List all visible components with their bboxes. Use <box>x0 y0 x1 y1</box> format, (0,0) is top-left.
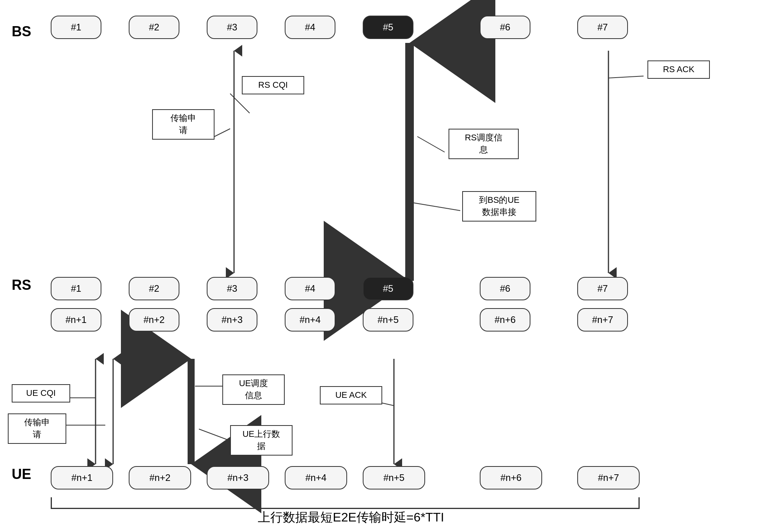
rs-bottom-slot-n1: #n+1 <box>51 308 101 332</box>
rs-schedule-info-box: RS调度信息 <box>449 129 519 159</box>
ue-uplink-data-box: UE上行数据 <box>230 425 293 456</box>
bs-label: BS <box>12 23 31 40</box>
bs-slot-7: #7 <box>577 16 628 39</box>
svg-line-15 <box>413 203 460 211</box>
ue-schedule-info-box: UE调度信息 <box>222 374 285 405</box>
ue-ack-box: UE ACK <box>320 386 382 404</box>
ue-to-bs-data-box: 到BS的UE数据串接 <box>462 191 536 222</box>
rs-top-slot-7: #7 <box>577 277 628 300</box>
rs-ack-box: RS ACK <box>647 60 710 79</box>
rs-top-slot-3: #3 <box>207 277 257 300</box>
rs-top-slot-6: #6 <box>480 277 530 300</box>
ue-slot-n3: #n+3 <box>207 466 269 489</box>
bracket-line <box>51 497 640 509</box>
diagram-container: BS #1 #2 #3 #4 #5 #6 #7 RS CQI 传输申请 RS调度… <box>0 0 759 532</box>
rs-top-slot-1: #1 <box>51 277 101 300</box>
ue-slot-n4: #n+4 <box>285 466 347 489</box>
arrows-svg <box>0 0 759 532</box>
rs-bottom-slot-n5: #n+5 <box>363 308 413 332</box>
rs-top-slot-2: #2 <box>129 277 179 300</box>
ue-slot-n7: #n+7 <box>577 466 640 489</box>
bs-slot-2: #2 <box>129 16 179 39</box>
bs-slot-3: #3 <box>207 16 257 39</box>
bs-slot-6: #6 <box>480 16 530 39</box>
rs-bottom-slot-n7: #n+7 <box>577 308 628 332</box>
rs-bottom-slot-n6: #n+6 <box>480 308 530 332</box>
transmission-request-top-box: 传输申请 <box>152 109 215 140</box>
rs-bottom-slot-n4: #n+4 <box>285 308 335 332</box>
ue-slot-n6: #n+6 <box>480 466 542 489</box>
svg-line-11 <box>230 94 250 113</box>
svg-line-19 <box>199 429 230 441</box>
ue-slot-n2: #n+2 <box>129 466 191 489</box>
bs-slot-4: #4 <box>285 16 335 39</box>
bs-slot-5: #5 <box>363 16 413 39</box>
ue-slot-n1: #n+1 <box>51 466 113 489</box>
rs-top-slot-4: #4 <box>285 277 335 300</box>
bs-slot-1: #1 <box>51 16 101 39</box>
rs-bottom-slot-n2: #n+2 <box>129 308 179 332</box>
svg-line-14 <box>608 76 644 78</box>
svg-line-12 <box>215 129 230 137</box>
rs-cqi-box: RS CQI <box>242 76 304 94</box>
bottom-text: 上行数据最短E2E传输时延=6*TTI <box>78 509 624 526</box>
rs-top-slot-5: #5 <box>363 277 413 300</box>
ue-label: UE <box>12 466 31 482</box>
rs-label: RS <box>12 277 31 293</box>
ue-slot-n5: #n+5 <box>363 466 425 489</box>
ue-cqi-box: UE CQI <box>12 384 70 403</box>
rs-bottom-slot-n3: #n+3 <box>207 308 257 332</box>
svg-line-13 <box>417 137 445 152</box>
transmission-request-bottom-box: 传输申请 <box>8 413 66 444</box>
